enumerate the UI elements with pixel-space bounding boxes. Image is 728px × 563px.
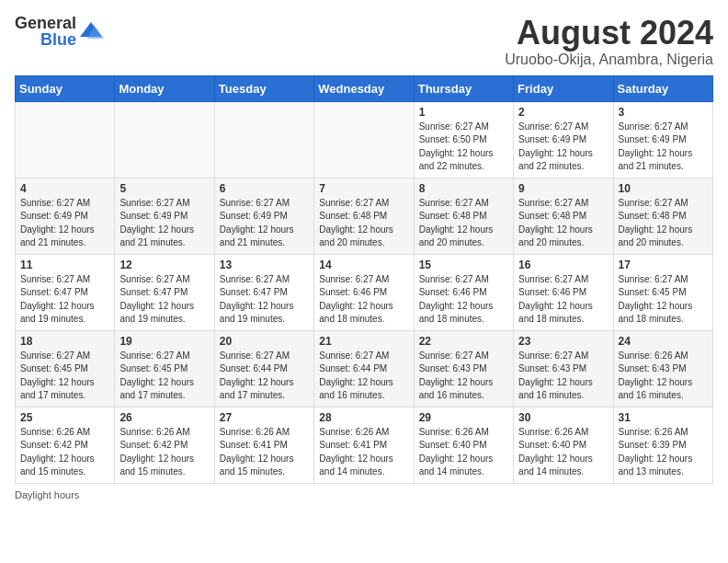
calendar-cell: 19Sunrise: 6:27 AMSunset: 6:45 PMDayligh… — [115, 330, 214, 407]
calendar-cell: 12Sunrise: 6:27 AMSunset: 6:47 PMDayligh… — [115, 254, 214, 330]
day-number: 11 — [20, 259, 109, 271]
calendar-cell: 2Sunrise: 6:27 AMSunset: 6:49 PMDaylight… — [514, 101, 613, 178]
day-info: Sunrise: 6:27 AMSunset: 6:44 PMDaylight:… — [319, 350, 408, 403]
day-number: 29 — [419, 411, 508, 424]
calendar-cell: 24Sunrise: 6:26 AMSunset: 6:43 PMDayligh… — [613, 330, 712, 407]
day-number: 15 — [419, 259, 508, 271]
day-info: Sunrise: 6:27 AMSunset: 6:43 PMDaylight:… — [419, 350, 508, 403]
day-info: Sunrise: 6:27 AMSunset: 6:43 PMDaylight:… — [518, 350, 608, 403]
logo: General Blue — [15, 15, 104, 48]
calendar-cell: 13Sunrise: 6:27 AMSunset: 6:47 PMDayligh… — [214, 254, 313, 330]
calendar-cell: 20Sunrise: 6:27 AMSunset: 6:44 PMDayligh… — [214, 330, 313, 407]
day-number: 12 — [119, 259, 209, 271]
calendar-cell: 27Sunrise: 6:26 AMSunset: 6:41 PMDayligh… — [214, 407, 313, 483]
day-number: 20 — [220, 335, 309, 348]
day-number: 25 — [20, 411, 109, 424]
logo-text-blue: Blue — [40, 31, 76, 48]
calendar-cell — [115, 101, 214, 178]
day-info: Sunrise: 6:27 AMSunset: 6:49 PMDaylight:… — [619, 121, 708, 174]
calendar-cell: 9Sunrise: 6:27 AMSunset: 6:48 PMDaylight… — [514, 178, 613, 254]
calendar-cell: 6Sunrise: 6:27 AMSunset: 6:49 PMDaylight… — [214, 178, 313, 254]
day-info: Sunrise: 6:26 AMSunset: 6:42 PMDaylight:… — [119, 426, 209, 479]
calendar-cell: 21Sunrise: 6:27 AMSunset: 6:44 PMDayligh… — [314, 330, 414, 407]
day-info: Sunrise: 6:27 AMSunset: 6:49 PMDaylight:… — [20, 197, 109, 250]
weekday-header-friday: Friday — [514, 75, 613, 101]
day-info: Sunrise: 6:27 AMSunset: 6:44 PMDaylight:… — [220, 350, 309, 403]
day-info: Sunrise: 6:27 AMSunset: 6:48 PMDaylight:… — [619, 197, 708, 250]
daylight-hours-label: Daylight hours — [15, 489, 79, 500]
weekday-header-sunday: Sunday — [16, 75, 115, 101]
week-row-1: 1Sunrise: 6:27 AMSunset: 6:50 PMDaylight… — [16, 101, 713, 178]
day-info: Sunrise: 6:27 AMSunset: 6:45 PMDaylight:… — [619, 273, 708, 327]
calendar-cell: 30Sunrise: 6:26 AMSunset: 6:40 PMDayligh… — [514, 407, 613, 483]
calendar-cell: 25Sunrise: 6:26 AMSunset: 6:42 PMDayligh… — [16, 407, 115, 483]
logo-text-general: General — [15, 15, 76, 31]
calendar-cell: 4Sunrise: 6:27 AMSunset: 6:49 PMDaylight… — [16, 178, 115, 254]
weekday-header-thursday: Thursday — [414, 75, 513, 101]
calendar-cell: 18Sunrise: 6:27 AMSunset: 6:45 PMDayligh… — [16, 330, 115, 407]
weekday-header-monday: Monday — [115, 75, 214, 101]
week-row-3: 11Sunrise: 6:27 AMSunset: 6:47 PMDayligh… — [16, 254, 713, 330]
day-info: Sunrise: 6:26 AMSunset: 6:42 PMDaylight:… — [20, 426, 109, 479]
day-info: Sunrise: 6:27 AMSunset: 6:47 PMDaylight:… — [20, 273, 109, 327]
day-number: 23 — [518, 335, 608, 348]
weekday-header-row: SundayMondayTuesdayWednesdayThursdayFrid… — [16, 75, 713, 101]
calendar-cell: 14Sunrise: 6:27 AMSunset: 6:46 PMDayligh… — [314, 254, 414, 330]
day-info: Sunrise: 6:27 AMSunset: 6:49 PMDaylight:… — [220, 197, 309, 250]
day-info: Sunrise: 6:26 AMSunset: 6:40 PMDaylight:… — [518, 426, 608, 479]
day-info: Sunrise: 6:27 AMSunset: 6:46 PMDaylight:… — [518, 273, 608, 327]
calendar-cell: 5Sunrise: 6:27 AMSunset: 6:49 PMDaylight… — [115, 178, 214, 254]
day-number: 17 — [619, 259, 708, 271]
day-number: 6 — [220, 182, 309, 195]
day-info: Sunrise: 6:27 AMSunset: 6:49 PMDaylight:… — [119, 197, 209, 250]
day-number: 8 — [419, 182, 508, 195]
day-info: Sunrise: 6:27 AMSunset: 6:48 PMDaylight:… — [419, 197, 508, 250]
day-info: Sunrise: 6:27 AMSunset: 6:46 PMDaylight:… — [419, 273, 508, 327]
day-info: Sunrise: 6:27 AMSunset: 6:45 PMDaylight:… — [119, 350, 209, 403]
day-number: 26 — [119, 411, 209, 424]
day-number: 14 — [319, 259, 408, 271]
day-number: 1 — [419, 106, 508, 119]
calendar-cell: 7Sunrise: 6:27 AMSunset: 6:48 PMDaylight… — [314, 178, 414, 254]
day-number: 18 — [20, 335, 109, 348]
calendar-cell: 22Sunrise: 6:27 AMSunset: 6:43 PMDayligh… — [414, 330, 513, 407]
day-number: 27 — [220, 411, 309, 424]
calendar-cell: 8Sunrise: 6:27 AMSunset: 6:48 PMDaylight… — [414, 178, 513, 254]
day-info: Sunrise: 6:27 AMSunset: 6:47 PMDaylight:… — [220, 273, 309, 327]
day-number: 10 — [619, 182, 708, 195]
day-number: 4 — [20, 182, 109, 195]
week-row-4: 18Sunrise: 6:27 AMSunset: 6:45 PMDayligh… — [16, 330, 713, 407]
day-info: Sunrise: 6:27 AMSunset: 6:50 PMDaylight:… — [419, 121, 508, 174]
header: General Blue August 2024 Uruobo-Okija, A… — [15, 15, 713, 68]
calendar-cell: 26Sunrise: 6:26 AMSunset: 6:42 PMDayligh… — [115, 407, 214, 483]
day-number: 7 — [319, 182, 408, 195]
calendar-cell: 28Sunrise: 6:26 AMSunset: 6:41 PMDayligh… — [314, 407, 414, 483]
day-number: 2 — [518, 106, 608, 119]
day-number: 30 — [518, 411, 608, 424]
main-title: August 2024 — [505, 15, 713, 52]
day-number: 28 — [319, 411, 408, 424]
day-number: 16 — [518, 259, 608, 271]
weekday-header-saturday: Saturday — [613, 75, 712, 101]
day-info: Sunrise: 6:27 AMSunset: 6:46 PMDaylight:… — [319, 273, 408, 327]
calendar-cell: 16Sunrise: 6:27 AMSunset: 6:46 PMDayligh… — [514, 254, 613, 330]
week-row-2: 4Sunrise: 6:27 AMSunset: 6:49 PMDaylight… — [16, 178, 713, 254]
calendar-cell: 31Sunrise: 6:26 AMSunset: 6:39 PMDayligh… — [613, 407, 712, 483]
calendar: SundayMondayTuesdayWednesdayThursdayFrid… — [15, 75, 713, 484]
day-number: 5 — [119, 182, 209, 195]
footer-note: Daylight hours — [15, 489, 713, 500]
calendar-cell: 29Sunrise: 6:26 AMSunset: 6:40 PMDayligh… — [414, 407, 513, 483]
day-number: 31 — [619, 411, 708, 424]
calendar-cell: 23Sunrise: 6:27 AMSunset: 6:43 PMDayligh… — [514, 330, 613, 407]
calendar-cell: 11Sunrise: 6:27 AMSunset: 6:47 PMDayligh… — [16, 254, 115, 330]
day-number: 13 — [220, 259, 309, 271]
day-info: Sunrise: 6:27 AMSunset: 6:49 PMDaylight:… — [518, 121, 608, 174]
day-info: Sunrise: 6:27 AMSunset: 6:48 PMDaylight:… — [319, 197, 408, 250]
day-info: Sunrise: 6:27 AMSunset: 6:45 PMDaylight:… — [20, 350, 109, 403]
day-info: Sunrise: 6:26 AMSunset: 6:41 PMDaylight:… — [319, 426, 408, 479]
day-number: 21 — [319, 335, 408, 348]
calendar-cell — [314, 101, 414, 178]
day-number: 24 — [619, 335, 708, 348]
day-info: Sunrise: 6:27 AMSunset: 6:48 PMDaylight:… — [518, 197, 608, 250]
subtitle: Uruobo-Okija, Anambra, Nigeria — [505, 52, 713, 68]
